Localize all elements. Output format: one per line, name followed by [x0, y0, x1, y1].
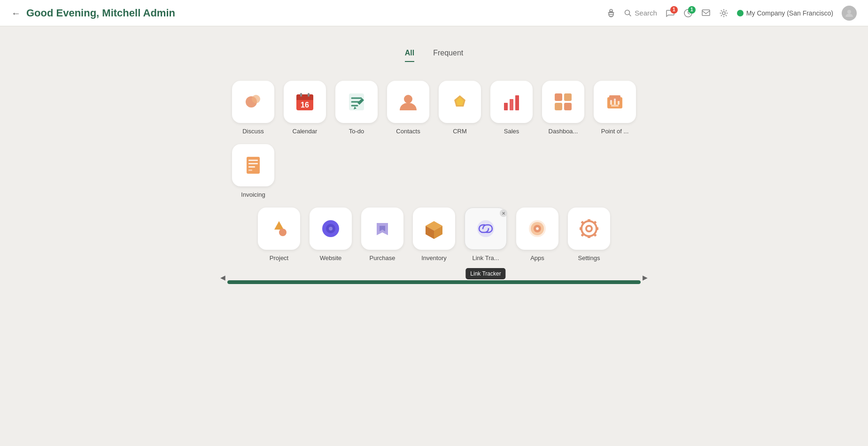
project-label: Project — [270, 254, 288, 261]
app-inventory[interactable]: Inventory — [411, 208, 457, 261]
linktracker-label: Link Tra... — [472, 254, 499, 261]
user-avatar[interactable] — [842, 6, 857, 21]
activity-icon[interactable]: 1 — [683, 8, 693, 18]
apps-app-icon — [516, 208, 558, 250]
svg-point-53 — [477, 220, 494, 237]
sales-label: Sales — [504, 128, 519, 135]
svg-rect-38 — [248, 160, 258, 161]
app-crm[interactable]: CRM — [436, 81, 483, 135]
app-sales[interactable]: Sales — [488, 81, 535, 135]
svg-rect-62 — [580, 227, 582, 230]
svg-rect-35 — [614, 99, 616, 105]
topbar-right: Search 1 1 — [606, 6, 857, 21]
linktracker-app-icon: ✕ — [465, 208, 507, 250]
purchase-app-icon — [361, 208, 403, 250]
apps-grid-row1: Discuss 16 Calendar — [230, 81, 638, 198]
website-label: Website — [320, 254, 342, 261]
app-website[interactable]: Website — [307, 208, 354, 261]
messages-icon[interactable] — [701, 8, 711, 18]
inventory-label: Inventory — [421, 254, 446, 261]
project-app-icon — [258, 208, 300, 250]
company-selector[interactable]: My Company (San Francisco) — [737, 9, 833, 17]
contacts-label: Contacts — [396, 128, 420, 135]
svg-point-8 — [252, 95, 260, 103]
svg-rect-34 — [610, 100, 612, 105]
svg-rect-30 — [564, 103, 572, 110]
app-dashboard[interactable]: Dashboa... — [540, 81, 587, 135]
topbar: ← Good Evening, Mitchell Admin Search 1 — [0, 0, 868, 26]
svg-rect-11 — [296, 98, 313, 100]
app-discuss[interactable]: Discuss — [230, 81, 277, 135]
activity-badge: 1 — [688, 6, 696, 14]
apps-label: Apps — [530, 254, 544, 261]
svg-rect-24 — [504, 103, 508, 110]
tab-frequent[interactable]: Frequent — [433, 49, 463, 62]
svg-point-59 — [586, 226, 592, 231]
app-purchase[interactable]: Purchase — [359, 208, 406, 261]
website-app-icon — [310, 208, 352, 250]
invoicing-app-icon — [232, 144, 274, 186]
link-tracker-tooltip: Link Tracker — [465, 268, 505, 279]
svg-point-6 — [847, 10, 851, 14]
search-label: Search — [635, 9, 657, 17]
app-contacts[interactable]: Contacts — [385, 81, 432, 135]
scrollbar-thumb — [227, 280, 641, 284]
discuss-icon[interactable]: 1 — [666, 8, 675, 18]
app-pos[interactable]: Point of ... — [591, 81, 638, 135]
scroll-right-arrow[interactable]: ▶ — [643, 274, 648, 281]
greeting-prefix: Good Evening, — [26, 7, 102, 19]
app-link-tracker[interactable]: ✕ Link Tra... Link Tracker — [462, 208, 509, 261]
crm-app-icon — [439, 81, 481, 123]
apps-grid-row2: Project Website Purchase — [256, 208, 612, 261]
inventory-app-icon — [413, 208, 455, 250]
link-tracker-close[interactable]: ✕ — [500, 209, 507, 217]
tabs-container: All Frequent — [405, 49, 464, 62]
todo-label: To-do — [349, 128, 364, 135]
settings-label: Settings — [578, 254, 600, 261]
pos-app-icon — [594, 81, 636, 123]
discuss-app-icon — [232, 81, 274, 123]
settings-app-icon — [568, 208, 610, 250]
svg-marker-42 — [274, 221, 284, 230]
todo-app-icon — [335, 81, 378, 123]
svg-point-5 — [722, 12, 725, 15]
sales-app-icon — [490, 81, 533, 123]
greeting-name: Mitchell Admin — [102, 7, 175, 19]
tab-all[interactable]: All — [405, 49, 414, 62]
app-apps[interactable]: Apps — [514, 208, 561, 261]
svg-rect-14 — [308, 93, 310, 97]
svg-rect-39 — [248, 163, 258, 164]
svg-rect-13 — [300, 93, 302, 97]
scroll-left-arrow[interactable]: ◀ — [220, 274, 225, 281]
app-invoicing[interactable]: Invoicing — [230, 144, 277, 198]
svg-rect-4 — [702, 10, 710, 15]
debug-icon[interactable] — [606, 8, 616, 18]
app-project[interactable]: Project — [256, 208, 302, 261]
company-name: My Company (San Francisco) — [746, 9, 833, 17]
topbar-left: ← Good Evening, Mitchell Admin — [11, 7, 606, 19]
app-settings[interactable]: Settings — [566, 208, 612, 261]
scrollbar[interactable] — [227, 280, 641, 284]
app-todo[interactable]: To-do — [333, 81, 380, 135]
svg-rect-33 — [611, 105, 619, 107]
svg-point-57 — [536, 227, 539, 230]
crm-label: CRM — [453, 128, 467, 135]
svg-rect-27 — [555, 93, 562, 101]
search-button[interactable]: Search — [624, 9, 657, 17]
app-calendar[interactable]: 16 Calendar — [281, 81, 328, 135]
svg-rect-26 — [515, 95, 519, 110]
svg-rect-37 — [247, 157, 260, 174]
calendar-label: Calendar — [293, 128, 318, 135]
dashboard-label: Dashboa... — [549, 128, 578, 135]
dashboard-app-icon — [542, 81, 584, 123]
svg-point-43 — [279, 229, 287, 236]
settings-topbar-icon[interactable] — [719, 8, 728, 18]
discuss-badge: 1 — [670, 6, 678, 14]
svg-rect-60 — [588, 219, 590, 222]
back-button[interactable]: ← — [11, 8, 21, 18]
pos-label: Point of ... — [601, 128, 629, 135]
calendar-app-icon: 16 — [284, 81, 326, 123]
svg-rect-36 — [618, 101, 620, 105]
contacts-app-icon — [387, 81, 429, 123]
svg-point-46 — [329, 227, 333, 231]
